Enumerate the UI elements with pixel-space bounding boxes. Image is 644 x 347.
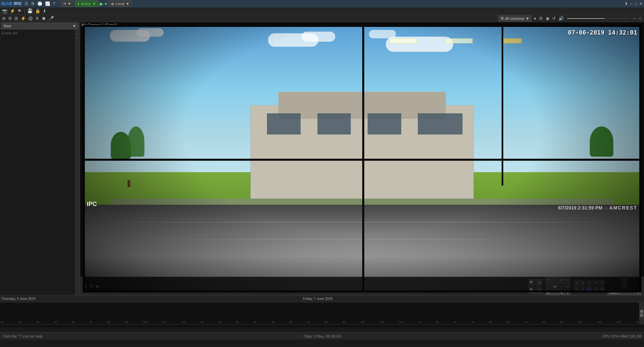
timeline-hour-12: 1p — [200, 320, 203, 323]
zoom-in-icon[interactable]: + — [77, 32, 79, 35]
download-icon[interactable]: ⬇ — [624, 1, 628, 6]
window-close-icon[interactable]: ✕ — [639, 1, 643, 6]
tb2-power-icon[interactable]: ⏻ — [28, 16, 33, 21]
timeline-hour-30: 7a — [524, 320, 528, 323]
tb2-record-icon[interactable]: ⏺ — [41, 16, 47, 21]
preset-2-button[interactable]: 2 — [580, 280, 586, 286]
ptz-home-button[interactable]: ⌂ — [565, 277, 571, 283]
timeline-scroll-up[interactable]: ▲ — [640, 310, 643, 313]
toolbar-camera-icon[interactable]: 📷 — [1, 8, 8, 13]
amcrest-overlay: 6/7/2019 2:31:59 PM ⌂ AMCREST — [558, 205, 637, 210]
timeline-area: Thursday, 6 June 2019 Friday, 7 June 201… — [0, 295, 644, 332]
timeline-hour-10: 11a — [162, 320, 166, 323]
new-camera-dropdown[interactable]: New ▼ — [1, 23, 78, 29]
title-bar: BLUE IRIS ☰ ⚙ 🕐 📈 ? ⟳ ▼ ● Active ▼ ▶ ● 🖥… — [0, 0, 644, 7]
timeline-hour-11: 12p — [181, 320, 185, 323]
timeline-hour-2: 3a — [19, 320, 22, 323]
camera-timestamp: 07-06-2019 14:32:01 — [568, 29, 637, 36]
ptz-center-button[interactable]: ■ — [552, 283, 558, 289]
tb2-gear-icon[interactable]: ⚙ — [7, 16, 13, 21]
toolbar-flag-icon[interactable]: ⚑ — [17, 8, 22, 13]
timeline-hour-36: 1p — [636, 320, 639, 323]
toolbar-lightning-icon[interactable]: ⚡ — [9, 8, 16, 13]
preset-4-button[interactable]: 4 — [592, 280, 599, 286]
thursday-label: Thursday, 6 June 2019 — [1, 297, 36, 301]
tb2-mic-icon[interactable]: 🎤 — [48, 16, 55, 21]
local-arrow: ▼ — [126, 2, 130, 6]
ptz-cycle-button[interactable]: ↺ — [565, 283, 571, 289]
right-cycle-button[interactable]: ↺ — [621, 283, 628, 289]
play-button[interactable]: ▶ — [100, 1, 103, 6]
settings-icon[interactable]: ⚙ — [30, 1, 36, 6]
record-button[interactable]: ● — [105, 1, 107, 6]
timeline-hour-23: 12a — [399, 320, 403, 323]
graph-icon[interactable]: 📈 — [44, 1, 51, 6]
toolbar-lock-icon[interactable]: 🔒 — [34, 8, 41, 13]
clock-icon[interactable]: 🕐 — [36, 1, 43, 6]
zoom-in-button[interactable]: 🔍 — [529, 279, 535, 286]
right-toolbar: ⊞ All cameras ▼ ● ⚙ ◉ ↺ 🔊 ─ □ — [496, 15, 644, 22]
help-text: Click the '?' icon for help — [3, 334, 43, 338]
right-tb-max-icon[interactable]: □ — [638, 16, 642, 21]
timeline-hour-9: 10a — [143, 320, 147, 323]
ptz-up-button[interactable]: ↑ — [552, 277, 558, 283]
preset-3-button[interactable]: 3 — [586, 280, 592, 286]
ptz-upleft-button[interactable]: ↖ — [545, 277, 551, 283]
tb2-add-icon[interactable]: ⊕ — [1, 16, 6, 21]
status-bar: Click the '?' icon for help Clips: 0 fil… — [0, 332, 644, 340]
timeline-hour-1: 2a — [1, 320, 4, 323]
window-min-icon[interactable]: ─ — [630, 1, 633, 6]
right-tb-min-icon[interactable]: ─ — [632, 16, 637, 21]
timeline-scroll-buttons: ▲ ▼ — [640, 310, 643, 317]
right-home-button[interactable]: ⌂ — [621, 276, 628, 282]
new-arrow: ▼ — [72, 24, 76, 28]
status-arrow: ▼ — [92, 2, 96, 6]
timeline-hour-28: 5a — [489, 320, 492, 323]
timeline-horizontal-scrollbar[interactable] — [0, 324, 644, 327]
zoom-dot-button[interactable]: ◎ — [536, 279, 543, 286]
right-tb-record-icon[interactable]: ◉ — [545, 16, 550, 21]
right-tb-refresh-icon[interactable]: ↺ — [551, 16, 556, 21]
local-label: Local — [115, 2, 124, 6]
window-max-icon[interactable]: □ — [635, 1, 637, 6]
tb2-lightning-icon[interactable]: ⚡ — [20, 16, 27, 21]
timeline-hour-4: 5a — [54, 320, 57, 323]
toolbar-save-icon[interactable]: 💾 — [27, 8, 33, 13]
help-icon[interactable]: ? — [52, 1, 56, 6]
menu-list-icon[interactable]: ☰ — [24, 1, 29, 6]
all-cameras-label: All cameras — [505, 16, 524, 21]
nav-dropdown[interactable]: ⟳ ▼ — [61, 1, 74, 7]
preset-1-button[interactable]: 1 — [573, 280, 579, 286]
camera-ipc-label: IPC — [87, 201, 97, 208]
tb2-grid-icon[interactable]: ⊞ — [14, 16, 19, 21]
timeline-hour-34: 11a — [597, 320, 601, 323]
ptz-left-button[interactable]: ← — [545, 283, 551, 289]
right-tb-gear-icon[interactable]: ⚙ — [538, 16, 544, 21]
timeline-hour-16: 5p — [271, 320, 274, 323]
timeline-scrollbar[interactable]: ▲ ▼ — [639, 302, 644, 324]
timeline-track[interactable]: 2a 3a 4a 5a 6a 7a 8a 9a 10a 11a 12p 1p 2… — [0, 302, 644, 324]
toolbar-download-icon[interactable]: ⬇ — [42, 8, 47, 13]
all-cameras-dropdown[interactable]: ⊞ All cameras ▼ — [498, 15, 532, 22]
status-dropdown[interactable]: ● Active ▼ — [75, 1, 99, 7]
right-tb-vol-icon[interactable]: 🔊 — [558, 16, 565, 21]
right-tb-dot-icon[interactable]: ● — [533, 16, 537, 21]
logo-iris: IRIS — [14, 1, 22, 6]
timeline-hour-20: 9p — [342, 320, 345, 323]
timeline-header: Thursday, 6 June 2019 Friday, 7 June 201… — [0, 296, 644, 302]
app-logo: BLUE IRIS — [1, 1, 22, 6]
amcrest-timestamp: 6/7/2019 2:31:59 PM — [558, 205, 603, 210]
preset-5-button[interactable]: 5 — [599, 280, 605, 286]
status-dot: ● — [77, 2, 80, 6]
timeline-hour-14: 3p — [236, 320, 239, 323]
sidebar-scrollbar[interactable]: + − — [75, 30, 80, 295]
ptz-right-button[interactable]: → — [558, 283, 564, 289]
zoom-out-icon[interactable]: − — [77, 36, 79, 40]
ptz-upright-button[interactable]: ↗ — [558, 277, 564, 283]
local-dropdown[interactable]: 🖥 Local ▼ — [108, 1, 132, 7]
timeline-scroll-down[interactable]: ▼ — [640, 314, 643, 317]
tb2-pause-icon[interactable]: ⏸ — [34, 16, 40, 21]
timeline-hour-32: 9a — [560, 320, 563, 323]
timeline-hour-19: 8p — [325, 320, 328, 323]
timeline-hour-33: 10a — [578, 320, 582, 323]
